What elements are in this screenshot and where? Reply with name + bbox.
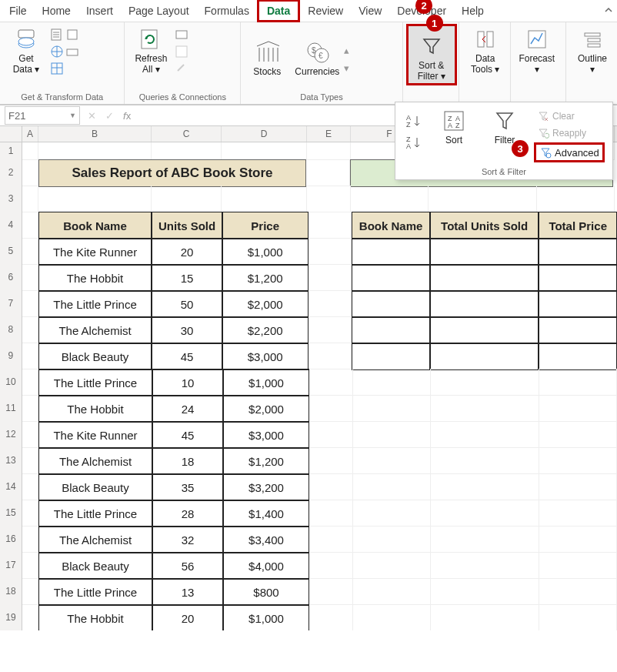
cell[interactable] bbox=[353, 578, 431, 605]
cell[interactable] bbox=[431, 578, 539, 605]
cell[interactable] bbox=[22, 186, 38, 212]
cell[interactable] bbox=[22, 604, 38, 630]
cell[interactable] bbox=[431, 447, 539, 474]
row-header[interactable]: 12 bbox=[0, 421, 22, 448]
cell[interactable] bbox=[22, 316, 38, 343]
sales-cell[interactable]: $3,000 bbox=[223, 421, 309, 449]
cell[interactable] bbox=[431, 395, 539, 422]
cell[interactable] bbox=[309, 473, 353, 500]
select-all-corner[interactable] bbox=[0, 126, 22, 142]
cell[interactable] bbox=[539, 500, 617, 527]
sales-cell[interactable]: The Kite Runner bbox=[38, 421, 152, 449]
sales-cell[interactable]: 10 bbox=[152, 369, 223, 396]
cell[interactable] bbox=[539, 604, 617, 630]
cell[interactable] bbox=[152, 142, 222, 160]
stocks-button[interactable]: Stocks bbox=[244, 37, 290, 79]
cell[interactable] bbox=[22, 159, 38, 186]
sales-cell[interactable]: The Hobbit bbox=[38, 395, 152, 423]
summary-cell[interactable] bbox=[539, 238, 617, 266]
collapse-ribbon-icon[interactable] bbox=[603, 5, 614, 15]
row-header[interactable]: 18 bbox=[0, 578, 22, 605]
row-header[interactable]: 1 bbox=[0, 142, 22, 160]
existing-connections-icon[interactable] bbox=[65, 44, 80, 59]
sort-filter-button[interactable]: Sort &Filter ▾ bbox=[406, 24, 457, 85]
row-header[interactable]: 8 bbox=[0, 316, 22, 343]
tab-review[interactable]: Review bbox=[300, 2, 351, 20]
recent-sources-icon[interactable] bbox=[65, 27, 80, 42]
sales-cell[interactable]: 20 bbox=[152, 238, 222, 266]
summary-cell[interactable] bbox=[539, 316, 617, 344]
row-header[interactable]: 17 bbox=[0, 552, 22, 579]
cell[interactable] bbox=[309, 500, 353, 527]
cell[interactable] bbox=[22, 578, 38, 605]
cell[interactable] bbox=[353, 526, 431, 553]
cell[interactable] bbox=[539, 421, 617, 448]
cell[interactable] bbox=[431, 473, 539, 500]
sales-cell[interactable]: The Alchemist bbox=[38, 316, 152, 344]
summary-header[interactable]: Total Units Sold bbox=[430, 212, 539, 239]
sort-asc-icon[interactable]: AZ bbox=[403, 112, 425, 130]
cell[interactable] bbox=[22, 395, 38, 422]
sales-cell[interactable]: 13 bbox=[152, 578, 223, 606]
cell[interactable] bbox=[22, 343, 38, 369]
cell[interactable] bbox=[353, 604, 431, 630]
sales-cell[interactable]: 24 bbox=[152, 395, 223, 423]
sales-cell[interactable]: 56 bbox=[152, 552, 223, 580]
sales-cell[interactable]: $3,400 bbox=[223, 526, 309, 553]
cell[interactable] bbox=[309, 421, 353, 448]
sales-cell[interactable]: $1,400 bbox=[223, 500, 309, 527]
cell[interactable] bbox=[222, 142, 307, 160]
datatype-expand-icon[interactable]: ▾ bbox=[344, 62, 349, 74]
col-C[interactable]: C bbox=[152, 126, 222, 142]
row-header[interactable]: 3 bbox=[0, 186, 22, 212]
cell[interactable] bbox=[537, 186, 615, 212]
currencies-button[interactable]: $€ Currencies bbox=[290, 37, 344, 79]
cell[interactable] bbox=[309, 447, 353, 474]
row-header[interactable]: 14 bbox=[0, 473, 22, 500]
cell[interactable] bbox=[539, 447, 617, 474]
cell[interactable] bbox=[309, 395, 353, 422]
sort-dialog-button[interactable]: ZAAZ Sort bbox=[432, 109, 475, 145]
cell[interactable] bbox=[22, 500, 38, 527]
tab-help[interactable]: Help bbox=[454, 2, 492, 20]
cell[interactable] bbox=[307, 186, 351, 212]
sales-cell[interactable]: The Alchemist bbox=[38, 447, 152, 475]
row-header[interactable]: 9 bbox=[0, 343, 22, 369]
sales-cell[interactable]: 45 bbox=[152, 421, 223, 449]
cell[interactable] bbox=[539, 526, 617, 553]
cell[interactable] bbox=[306, 159, 350, 186]
sales-cell[interactable]: The Alchemist bbox=[38, 526, 152, 553]
sales-cell[interactable]: $2,000 bbox=[222, 290, 308, 318]
row-header[interactable]: 10 bbox=[0, 369, 22, 396]
sales-cell[interactable]: $1,000 bbox=[222, 238, 308, 266]
cell[interactable] bbox=[22, 447, 38, 474]
cell[interactable] bbox=[309, 552, 353, 579]
cell[interactable] bbox=[431, 552, 539, 579]
sales-cell[interactable]: $2,000 bbox=[223, 395, 309, 423]
summary-cell[interactable] bbox=[539, 290, 617, 318]
sales-cell[interactable]: $2,200 bbox=[222, 316, 308, 344]
cell[interactable] bbox=[222, 186, 307, 212]
sales-cell[interactable]: $3,000 bbox=[222, 343, 308, 370]
cell[interactable] bbox=[22, 142, 38, 160]
cell[interactable] bbox=[309, 369, 353, 396]
cell[interactable] bbox=[38, 142, 152, 160]
cell[interactable] bbox=[353, 473, 431, 500]
tab-insert[interactable]: Insert bbox=[78, 2, 121, 20]
cell[interactable] bbox=[539, 552, 617, 579]
sales-cell[interactable]: $1,200 bbox=[222, 264, 308, 292]
tab-data[interactable]: Data bbox=[257, 0, 300, 22]
cell[interactable] bbox=[22, 473, 38, 500]
cell[interactable] bbox=[309, 526, 353, 553]
row-header[interactable]: 5 bbox=[0, 238, 22, 265]
cell[interactable] bbox=[429, 186, 537, 212]
sales-cell[interactable]: The Little Prince bbox=[38, 578, 152, 606]
row-header[interactable]: 6 bbox=[0, 264, 22, 291]
sales-cell[interactable]: The Hobbit bbox=[38, 264, 152, 292]
summary-cell[interactable] bbox=[352, 316, 430, 344]
sales-cell[interactable]: The Little Prince bbox=[38, 500, 152, 527]
cell[interactable] bbox=[353, 500, 431, 527]
get-data-button[interactable]: GetData ▾ bbox=[3, 24, 49, 76]
cell[interactable] bbox=[308, 316, 352, 343]
summary-cell[interactable] bbox=[430, 316, 539, 344]
